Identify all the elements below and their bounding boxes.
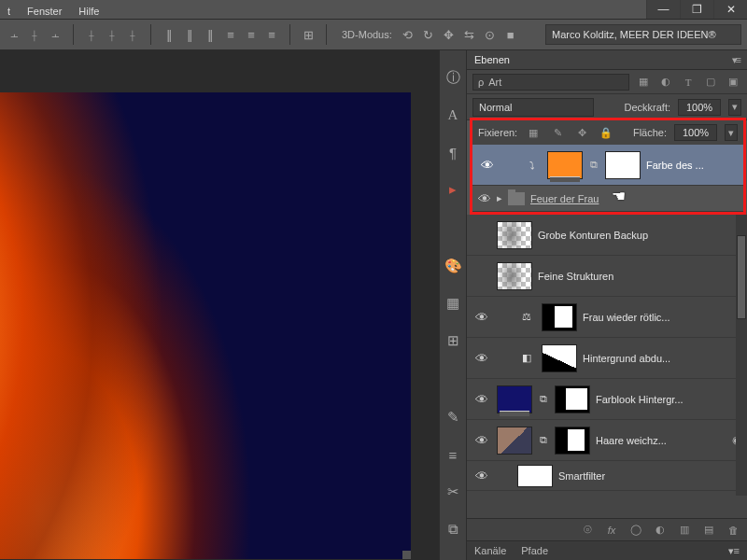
dist-v-icon[interactable]: ≡ (222, 26, 239, 43)
filter-pixel-icon[interactable]: ▦ (635, 74, 652, 91)
visibility-toggle[interactable]: 👁 (472, 433, 491, 448)
new-layer-icon[interactable]: ▤ (702, 524, 715, 536)
layer-thumb[interactable] (497, 427, 532, 455)
auto-align-icon[interactable]: ⊞ (300, 26, 317, 43)
layer-thumb-color[interactable] (547, 151, 583, 179)
tab-pfade[interactable]: Pfade (521, 545, 548, 556)
align-right-icon[interactable]: ⫠ (47, 26, 63, 43)
layer-mask-thumb[interactable] (555, 385, 590, 413)
mask-link-icon[interactable]: ⧉ (538, 434, 549, 446)
3d-slide-icon[interactable]: ⇆ (461, 26, 478, 43)
layer-mask-thumb[interactable] (542, 344, 577, 372)
brush-presets-icon[interactable]: ≡ (444, 446, 461, 463)
mask-link-icon[interactable]: ⧉ (538, 393, 549, 405)
chevron-right-icon[interactable]: ▸ (497, 192, 502, 204)
layer-name[interactable]: Feine Strukturen (538, 271, 613, 282)
filter-adjust-icon[interactable]: ◐ (657, 74, 674, 91)
layer-thumb[interactable] (497, 262, 532, 290)
visibility-toggle[interactable]: 👁 (472, 469, 491, 483)
dist-h-icon[interactable]: ‖ (161, 26, 177, 43)
smartfilter-thumb[interactable] (517, 465, 553, 487)
lock-position-icon[interactable]: ✥ (573, 124, 590, 141)
fill-field[interactable]: 100% (674, 124, 717, 141)
visibility-toggle[interactable]: 👁 (478, 191, 491, 206)
panel-menu-icon[interactable]: ▾≡ (732, 54, 740, 66)
menu-cut[interactable]: t (7, 3, 10, 20)
opacity-stepper[interactable]: ▾ (728, 99, 741, 116)
visibility-toggle[interactable]: 👁 (472, 310, 491, 325)
layer-row[interactable]: 👁 ⧉ Haare weichz... ◉ (467, 420, 747, 461)
layer-name[interactable]: Farblook Hintergr... (596, 394, 684, 405)
layer-row[interactable]: Grobe Konturen Backup (467, 215, 747, 256)
filter-shape-icon[interactable]: ▢ (702, 74, 719, 91)
layer-name[interactable]: Farbe des ... (646, 160, 704, 171)
opacity-field[interactable]: 100% (678, 99, 721, 116)
layer-mask-thumb[interactable] (605, 151, 641, 179)
paragraph-panel-icon[interactable]: ¶ (444, 144, 461, 161)
layer-fx-icon[interactable]: fx (605, 525, 618, 536)
menu-hilfe[interactable]: Hilfe (78, 3, 99, 20)
color-panel-icon[interactable]: 🎨 (444, 258, 461, 274)
layer-group-row[interactable]: 👁 ▸ Feuer der Frau ☚ (472, 186, 743, 212)
layer-name[interactable]: Smartfilter (558, 470, 605, 482)
visibility-toggle[interactable]: 👁 (478, 158, 497, 173)
lock-image-icon[interactable]: ✎ (549, 124, 566, 141)
add-mask-icon[interactable]: ◯ (629, 524, 642, 536)
layer-row-selected[interactable]: 👁 ⤵ ⧉ Farbe des ... (472, 145, 743, 186)
workspace-switcher[interactable]: Marco Kolditz, MEER DER IDEEN® (545, 24, 741, 45)
layer-row[interactable]: 👁 ⧉ Farblook Hintergr... (467, 379, 747, 420)
align-center-icon[interactable]: ⟊ (26, 26, 43, 43)
3d-zoom-icon[interactable]: ⊙ (482, 26, 499, 43)
character-panel-icon[interactable]: A (444, 106, 461, 123)
scrollbar-thumb[interactable] (737, 235, 746, 319)
menu-fenster[interactable]: Fenster (27, 3, 62, 20)
lock-transparency-icon[interactable]: ▦ (525, 124, 542, 141)
new-group-icon[interactable]: ▥ (678, 524, 691, 536)
layer-name[interactable]: Hintergrund abdu... (583, 353, 670, 364)
layer-thumb[interactable] (497, 221, 532, 249)
delete-layer-icon[interactable]: 🗑 (726, 525, 740, 536)
visibility-toggle[interactable]: 👁 (472, 351, 491, 366)
layers-panel-tab[interactable]: Ebenen ▾≡ (467, 50, 747, 70)
window-maximize-button[interactable]: ❐ (680, 0, 713, 19)
brush-panel-icon[interactable]: ✎ (444, 409, 461, 426)
link-layers-icon[interactable]: ⦾ (581, 524, 594, 536)
layer-name[interactable]: Grobe Konturen Backup (538, 230, 648, 241)
fill-stepper[interactable]: ▾ (725, 124, 738, 141)
swatches-panel-icon[interactable]: ▦ (444, 295, 461, 312)
window-minimize-button[interactable]: — (646, 0, 680, 19)
panel-collapse-handle[interactable] (430, 116, 435, 162)
actions-panel-icon[interactable]: ▸ (444, 181, 461, 198)
align-bottom-icon[interactable]: ⟊ (124, 26, 141, 43)
filter-kind-dropdown[interactable]: ρ Art (472, 74, 629, 91)
align-left-icon[interactable]: ⫠ (6, 26, 22, 43)
layer-thumb-color[interactable] (497, 385, 532, 413)
3d-roll-icon[interactable]: ↻ (420, 26, 437, 43)
dist-vb-icon[interactable]: ≡ (263, 26, 280, 43)
layer-scrollbar[interactable] (736, 215, 747, 496)
document-canvas[interactable] (0, 92, 411, 559)
align-top-icon[interactable]: ⟊ (83, 26, 100, 43)
window-close-button[interactable]: ✕ (713, 0, 747, 19)
blend-mode-dropdown[interactable]: Normal (472, 98, 594, 117)
canvas-area[interactable] (0, 50, 439, 560)
layer-name[interactable]: Haare weichz... (596, 435, 667, 446)
3d-pan-icon[interactable]: ✥ (441, 26, 458, 43)
3d-cam-icon[interactable]: ■ (502, 26, 519, 43)
info-panel-icon[interactable]: ⓘ (444, 69, 461, 86)
layer-row[interactable]: Feine Strukturen (467, 256, 747, 297)
histogram-panel-icon[interactable]: ⊞ (444, 332, 461, 349)
add-adjustment-icon[interactable]: ◐ (654, 524, 667, 536)
layer-row[interactable]: 👁 ⚖ Frau wieder rötlic... (467, 297, 747, 338)
3d-orbit-icon[interactable]: ⟲ (400, 26, 416, 43)
lock-all-icon[interactable]: 🔒 (598, 124, 614, 141)
tab-kanaele[interactable]: Kanäle (474, 545, 506, 556)
tool-presets-icon[interactable]: ✂ (444, 483, 461, 500)
layer-mask-thumb[interactable] (542, 303, 577, 331)
layer-row[interactable]: 👁 ◧ Hintergrund abdu... (467, 338, 747, 379)
dist-hc-icon[interactable]: ‖ (181, 26, 198, 43)
layer-name[interactable]: Frau wieder rötlic... (583, 312, 670, 323)
layer-group-name[interactable]: Feuer der Frau (530, 193, 599, 204)
dist-hr-icon[interactable]: ‖ (202, 26, 218, 43)
visibility-toggle[interactable]: 👁 (472, 392, 491, 407)
